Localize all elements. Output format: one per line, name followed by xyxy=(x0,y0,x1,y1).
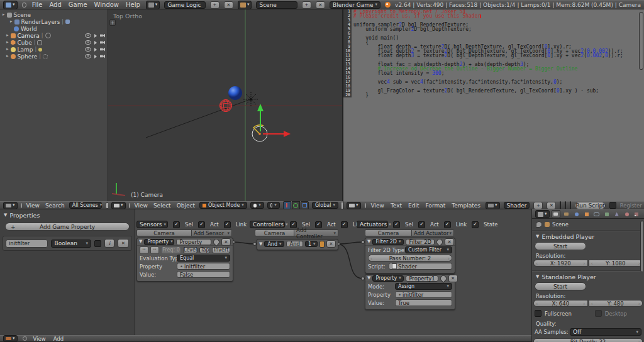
tap-button[interactable]: Tap xyxy=(199,247,210,253)
menu-window[interactable]: Window xyxy=(93,1,120,8)
property-delete-button[interactable]: ✕ xyxy=(118,239,129,248)
scene-delete-button[interactable]: ✕ xyxy=(316,1,325,9)
disclosure-icon[interactable]: ▸ xyxy=(6,47,9,52)
renderable-camera-icon[interactable] xyxy=(100,41,105,45)
menu-view[interactable]: View xyxy=(133,202,149,209)
tab-scene[interactable] xyxy=(562,211,570,218)
outliner-row-renderlayers[interactable]: ▸ RenderLayers | xyxy=(0,18,108,25)
level-button[interactable]: Level xyxy=(183,247,197,253)
controllers-filter-select[interactable]: Controllers▾ xyxy=(250,221,285,228)
embedded-player-panel-header[interactable]: ▼ Embedded Player xyxy=(532,231,644,240)
standalone-start-button[interactable]: Start xyxy=(535,282,586,290)
disclosure-icon[interactable]: ▸ xyxy=(10,19,13,24)
renderable-camera-icon[interactable] xyxy=(100,48,105,52)
visibility-eye-icon[interactable] xyxy=(85,54,91,58)
disclosure-icon[interactable]: ▼ xyxy=(367,240,370,244)
sensor-name-input[interactable]: Property xyxy=(176,239,211,245)
code-line[interactable]: gl_FragColor = texture2D( bgl_RenderedTe… xyxy=(352,89,599,93)
code-line[interactable]: uniform sampler2D bgl_DepthTexture; xyxy=(352,27,472,31)
text-editor-scrollbar[interactable] xyxy=(639,12,643,70)
editor-type-selector[interactable]: ▾ xyxy=(3,1,18,9)
manipulator-translate-toggle[interactable] xyxy=(283,201,291,209)
sensor-value-input[interactable]: False xyxy=(177,271,230,278)
disclosure-icon[interactable]: ▼ xyxy=(259,242,262,246)
header-collapse-circle[interactable] xyxy=(365,203,366,208)
disclosure-icon[interactable]: ▸ xyxy=(6,40,9,45)
controller-delete-button[interactable]: ✕ xyxy=(326,240,336,248)
stepper-right-icon[interactable]: › xyxy=(638,301,640,307)
filter-type-select[interactable]: Custom Filter▾ xyxy=(405,246,452,253)
menu-add[interactable]: Add xyxy=(52,336,65,342)
actuator-delete-button[interactable]: ✕ xyxy=(448,275,458,282)
editor-type-selector[interactable]: ▾ xyxy=(347,202,361,209)
sensors-link-checkbox[interactable]: ✓ xyxy=(224,221,231,228)
mode-select[interactable]: Assign▾ xyxy=(395,283,452,290)
property-type-select[interactable]: Boolean ▾ xyxy=(51,240,91,248)
actuator-value-input[interactable]: True xyxy=(395,299,452,306)
renderable-camera-icon[interactable] xyxy=(100,34,105,38)
pulse-false-toggle[interactable]: ''' xyxy=(150,246,159,254)
code-line[interactable]: float depth3 = texture2D( bgl_DepthTextu… xyxy=(352,53,623,58)
outliner-row-cube[interactable]: ▸ Cube | xyxy=(0,39,108,46)
stepper-left-icon[interactable]: ‹ xyxy=(536,301,538,307)
text-editor[interactable]: 1# Copyright to Metropy.net / Joker 54 2… xyxy=(343,9,644,201)
snap-magnet-icon[interactable] xyxy=(341,202,343,209)
word-wrap-toggle[interactable] xyxy=(565,201,566,209)
interaction-mode-select[interactable]: Object Mode ▾ xyxy=(199,202,247,209)
property-debug-checkbox[interactable]: ✓ xyxy=(94,240,101,247)
sensors-act-checkbox[interactable]: ✓ xyxy=(198,221,205,228)
pivot-point-select[interactable]: ▾ xyxy=(267,202,280,209)
disclosure-icon[interactable]: ▼ xyxy=(367,276,370,280)
visibility-eye-icon[interactable] xyxy=(85,33,91,38)
disclosure-icon[interactable]: ▼ xyxy=(139,240,142,244)
actuators-sel-checkbox[interactable]: ✓ xyxy=(393,221,400,228)
outliner-row-lamp[interactable]: ▸ Lamp | xyxy=(0,46,108,53)
scene-browse[interactable]: ▾ xyxy=(238,1,252,9)
tab-material[interactable] xyxy=(623,211,631,218)
sensor-delete-button[interactable]: ✕ xyxy=(221,238,231,246)
controller-name-input[interactable]: And xyxy=(286,241,303,247)
actuator-property-input[interactable]: • initfilter xyxy=(395,291,452,298)
actuator-name-input[interactable]: Property1 xyxy=(406,275,438,282)
menu-game[interactable]: Game xyxy=(67,1,89,8)
stepper-right-icon[interactable]: › xyxy=(583,260,585,267)
selectable-cursor-icon[interactable] xyxy=(94,34,97,38)
tab-data[interactable] xyxy=(613,211,621,218)
viewport-canvas[interactable] xyxy=(108,9,343,201)
menu-format[interactable]: Format xyxy=(425,202,447,209)
sensor-type-select[interactable]: Property▾ xyxy=(144,239,174,245)
menu-templates[interactable]: Templates xyxy=(450,202,482,209)
add-actuator-button[interactable]: Add Actuator▾ xyxy=(412,229,454,236)
menu-edit[interactable]: Edit xyxy=(407,202,420,209)
selectable-cursor-icon[interactable] xyxy=(94,41,97,45)
pin-icon[interactable] xyxy=(536,221,542,228)
display-scope-select[interactable]: All Scenes▾ xyxy=(69,202,102,209)
code-line[interactable]: } xyxy=(352,93,369,97)
text-add-button[interactable]: + xyxy=(533,202,543,209)
editor-type-selector[interactable]: ▾ xyxy=(535,210,550,218)
menu-file[interactable]: File xyxy=(31,1,44,8)
tab-modifiers[interactable] xyxy=(602,211,611,218)
manipulator-scale-toggle[interactable] xyxy=(301,201,309,209)
properties-panel-header[interactable]: ▼ Properties xyxy=(0,209,135,221)
layout-add-button[interactable]: + xyxy=(210,1,219,9)
menu-text[interactable]: Text xyxy=(389,202,403,209)
embedded-res-y-stepper[interactable]: ‹ Y: 1080 › xyxy=(589,260,643,267)
stepper-left-icon[interactable]: ‹ xyxy=(536,339,538,342)
text-unlink-button[interactable]: ✕ xyxy=(547,202,556,209)
outliner-row-sphere[interactable]: ▸ Sphere | xyxy=(0,53,108,60)
breadcrumb-scene[interactable]: Scene xyxy=(552,221,569,228)
screen-layout-name[interactable]: Game Logic xyxy=(164,1,206,9)
pass-number-slider[interactable]: ‹ Pass Number: 2 › xyxy=(368,255,452,262)
properties-scrollbar[interactable] xyxy=(640,221,644,272)
visibility-eye-icon[interactable] xyxy=(85,40,91,45)
menu-help[interactable]: Help xyxy=(125,1,142,8)
frequency-stepper[interactable]: Freq: 0 xyxy=(161,246,181,254)
stepper-left-icon[interactable]: ‹ xyxy=(591,260,593,267)
pulse-true-toggle[interactable]: ''' xyxy=(140,246,148,254)
property-name-input[interactable]: initfilter xyxy=(6,240,48,248)
selectable-cursor-icon[interactable] xyxy=(94,48,97,52)
header-collapse-circle[interactable] xyxy=(21,203,22,208)
stepper-left-icon[interactable]: ‹ xyxy=(536,260,538,267)
sensor-property-input[interactable]: • initfilter xyxy=(177,263,230,270)
